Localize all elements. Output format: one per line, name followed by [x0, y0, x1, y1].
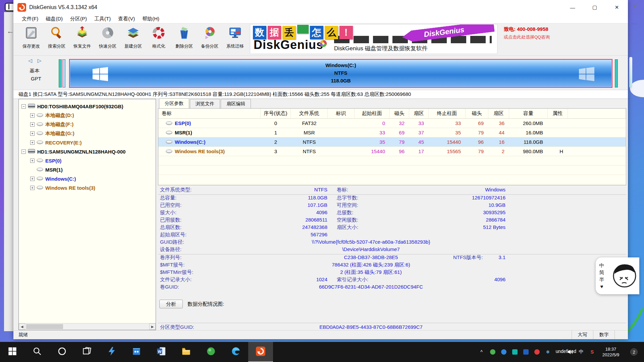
expand-icon[interactable]: + — [30, 122, 35, 127]
menu-item-0[interactable]: 文件(F) — [18, 16, 42, 22]
tree-item-本地磁盘(G:)[interactable]: +本地磁盘(G:) — [19, 129, 156, 138]
menu-item-4[interactable]: 查看(V) — [114, 16, 139, 22]
column-header-容量[interactable]: 容量 — [509, 109, 548, 118]
taskbar-pinned-app-green[interactable] — [199, 342, 223, 362]
tree-item-RECOVERY(E:)[interactable]: +RECOVERY(E:) — [19, 138, 156, 147]
taskbar-clock[interactable]: 18:37 2022/5/9 — [598, 346, 624, 358]
tray-sogou-icon[interactable]: S — [587, 342, 598, 362]
taskbar-pinned-app-blue[interactable] — [99, 342, 124, 362]
tray-blue-circle-icon[interactable] — [498, 342, 509, 362]
tree-item-HD0:TOSHIBAMQ04ABF100(932GB)[interactable]: −HD0:TOSHIBAMQ04ABF100(932GB) — [19, 102, 156, 111]
tree-horizontal-scrollbar[interactable]: ◀ ▶ — [19, 323, 156, 330]
collapse-icon[interactable]: − — [21, 149, 26, 154]
taskbar-diskgenius[interactable] — [248, 342, 273, 362]
menu-item-2[interactable]: 分区(P) — [66, 16, 91, 22]
menu-item-1[interactable]: 磁盘(D) — [42, 16, 66, 22]
column-header-标识[interactable]: 标识 — [328, 109, 355, 118]
toolbar-button-删除分区[interactable]: 删除分区 — [171, 23, 197, 55]
tray-snowflake-icon[interactable]: ❄ — [542, 342, 553, 362]
volume-icon[interactable] — [565, 342, 576, 362]
tab-分区参数[interactable]: 分区参数 — [159, 98, 189, 108]
scroll-right-arrow-icon[interactable]: ▶ — [149, 323, 156, 330]
ime-item-1[interactable]: 简 — [599, 269, 604, 276]
tree-item-Windows(C:)[interactable]: +Windows(C:) — [19, 174, 156, 183]
partition-block-windows-c[interactable]: Windows(C:) NTFS 118.0GB — [69, 59, 612, 88]
toolbar-button-备份分区[interactable]: 备份分区 — [197, 23, 222, 55]
collapse-icon[interactable]: − — [21, 104, 26, 109]
toolbar-button-系统迁移[interactable]: 系统迁移 — [222, 23, 248, 55]
expand-icon[interactable]: + — [30, 159, 35, 163]
battery-icon[interactable]: undefined — [553, 342, 565, 362]
column-header-磁头[interactable]: 磁头 — [390, 109, 409, 118]
taskbar-task-view[interactable] — [74, 342, 99, 362]
expand-icon[interactable]: + — [30, 131, 35, 136]
column-header-终止柱面[interactable]: 终止柱面 — [429, 109, 466, 118]
tree-item-ESP(0)[interactable]: +ESP(0) — [19, 156, 156, 165]
banner-contact[interactable]: 致电: 400-008-9958 或点击此处选择QQ咨询 — [504, 26, 571, 40]
menu-item-5[interactable]: 帮助(H) — [139, 16, 163, 22]
taskbar-microsoft-store[interactable] — [124, 342, 149, 362]
contact-qq-link[interactable]: 或点击此处选择QQ咨询 — [504, 34, 571, 40]
tray-green-icon[interactable] — [487, 342, 498, 362]
tab-扇区编辑[interactable]: 扇区编辑 — [221, 99, 251, 108]
background-close-icon[interactable]: ✕ — [633, 3, 637, 10]
column-header-属性[interactable]: 属性 — [548, 109, 568, 118]
column-header-磁头[interactable]: 磁头 — [466, 109, 488, 118]
ad-banner[interactable]: DiskGenius 数据丢怎么！ DiskGenius DiskGenius … — [250, 24, 497, 54]
partition-block-re-tools[interactable] — [615, 59, 618, 87]
tree-item-本地磁盘(F:)[interactable]: +本地磁盘(F:) — [19, 120, 156, 129]
tray-chevron-up-icon[interactable]: ^ — [476, 342, 487, 362]
taskbar-start-button[interactable] — [0, 342, 25, 362]
ime-item-0[interactable]: 中 — [599, 262, 604, 269]
taskbar-taskbar-search[interactable] — [25, 342, 50, 362]
table-row-Windows RE tools(3)[interactable]: Windows RE tools(3)3NTFS1544096171556579… — [158, 147, 626, 156]
column-header-卷标[interactable]: 卷标 — [158, 109, 261, 118]
taskbar-cortana[interactable] — [50, 342, 74, 362]
column-header-起始柱面[interactable]: 起始柱面 — [355, 109, 390, 118]
scrollbar-thumb[interactable] — [26, 324, 63, 329]
tray-blue-square-icon[interactable] — [520, 342, 531, 362]
tray-teal-square-icon[interactable] — [509, 342, 520, 362]
toolbar-button-搜索分区[interactable]: 搜索分区 — [44, 23, 69, 55]
close-button[interactable]: ✕ — [606, 0, 628, 15]
expand-icon[interactable]: + — [30, 113, 35, 118]
contact-phone[interactable]: 致电: 400-008-9958 — [504, 26, 571, 33]
table-row-ESP(0)[interactable]: ESP(0)0FAT3203233336936260.0MB — [158, 119, 626, 128]
toolbar-button-格式化[interactable]: 格式化 — [146, 23, 171, 55]
scroll-left-arrow-icon[interactable]: ◀ — [19, 323, 25, 330]
column-header-文件系统[interactable]: 文件系统 — [291, 109, 328, 118]
column-header-序号(状态)[interactable]: 序号(状态) — [261, 109, 291, 118]
tree-item-Windows RE tools(3)[interactable]: +Windows RE tools(3) — [19, 183, 156, 192]
toolbar-button-快速分区[interactable]: 快速分区 — [95, 23, 120, 55]
menu-item-3[interactable]: 工具(T) — [91, 16, 114, 22]
tree-item-HD1:SAMSUNGMZNLN128HAHQ-000[interactable]: −HD1:SAMSUNGMZNLN128HAHQ-000 — [19, 147, 156, 156]
column-header-扇区[interactable]: 扇区 — [409, 109, 429, 118]
notification-center[interactable]: 2 — [624, 348, 644, 356]
background-ellipsis-icon[interactable]: ⋯ — [631, 20, 637, 27]
toolbar-button-恢复文件[interactable]: 恢复文件 — [69, 23, 95, 55]
analyze-button[interactable]: 分析 — [159, 300, 183, 308]
ime-language-indicator[interactable]: 中 — [576, 342, 587, 362]
minimize-button[interactable]: — — [561, 0, 584, 15]
partition-block-msr[interactable] — [62, 59, 65, 87]
taskbar-edge[interactable] — [223, 342, 248, 362]
back-arrow-icon[interactable]: ← — [7, 27, 14, 36]
maximize-button[interactable]: ▢ — [584, 0, 606, 15]
ime-float-panel[interactable]: 中简半♥ — [596, 257, 639, 294]
partition-nav-arrows[interactable]: ◁ ▷ — [28, 58, 43, 64]
tree-item-本地磁盘(D:)[interactable]: +本地磁盘(D:) — [19, 111, 156, 120]
tray-red-circle-icon[interactable] — [531, 342, 542, 362]
toolbar-button-保存更改[interactable]: 保存更改 — [18, 23, 44, 55]
tree-item-MSR(1)[interactable]: MSR(1) — [19, 165, 156, 174]
expand-icon[interactable]: + — [30, 140, 35, 145]
toolbar-button-新建分区[interactable]: 新建分区 — [120, 23, 146, 55]
ime-item-3[interactable]: ♥ — [600, 284, 603, 289]
tab-浏览文件[interactable]: 浏览文件 — [190, 99, 220, 108]
taskbar-file-explorer[interactable] — [174, 342, 199, 362]
ime-item-2[interactable]: 半 — [599, 277, 604, 283]
table-row-Windows(C:)[interactable]: Windows(C:)2NTFS357945154409616118.0GB — [158, 137, 626, 147]
expand-icon[interactable]: + — [30, 177, 35, 181]
partition-block-esp[interactable] — [59, 59, 62, 87]
column-header-扇区[interactable]: 扇区 — [488, 109, 509, 118]
taskbar-word[interactable]: W — [149, 342, 174, 362]
